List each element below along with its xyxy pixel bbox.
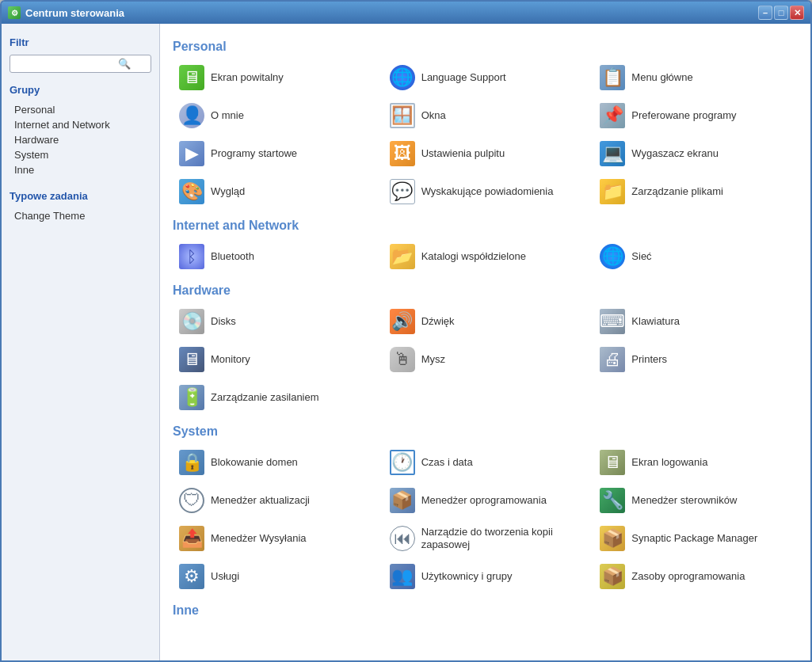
menu-glowne-icon: 📋 bbox=[600, 65, 625, 90]
zasilanie-label: Zarządzanie zasilaniem bbox=[211, 391, 319, 404]
item-disks[interactable]: 💿 Disks bbox=[173, 304, 377, 339]
katalogi-icon: 📂 bbox=[390, 244, 415, 269]
item-zasoby[interactable]: 📦 Zasoby oprogramowania bbox=[593, 559, 798, 594]
sidebar: Filtr 🔍 Grupy Personal Internet and Netw… bbox=[2, 24, 160, 660]
wygaszacz-icon: 💻 bbox=[600, 141, 625, 166]
item-klawiatura[interactable]: ⌨ Klawiatura bbox=[593, 304, 798, 339]
sidebar-item-hardware[interactable]: Hardware bbox=[10, 132, 151, 147]
section-header-hardware: Hardware bbox=[173, 283, 798, 298]
main-window: ⚙ Centrum sterowania – □ ✕ Filtr 🔍 Grupy… bbox=[0, 0, 812, 662]
bluetooth-label: Bluetooth bbox=[211, 250, 254, 263]
item-preferowane[interactable]: 📌 Preferowane programy bbox=[593, 98, 798, 133]
item-ekran-powitalny[interactable]: 🖥 Ekran powitalny bbox=[173, 60, 377, 95]
tasks-section: Typowe zadania Change Theme bbox=[10, 190, 151, 223]
printers-icon: 🖨 bbox=[600, 347, 625, 372]
section-header-inne: Inne bbox=[173, 603, 798, 618]
mysz-label: Mysz bbox=[421, 353, 445, 366]
search-icon[interactable]: 🔍 bbox=[116, 57, 132, 70]
wygaszacz-label: Wygaszacz ekranu bbox=[631, 147, 719, 160]
groups-list: Personal Internet and Network Hardware S… bbox=[10, 102, 151, 177]
item-katalogi[interactable]: 📂 Katalogi współdzielone bbox=[383, 239, 588, 274]
sidebar-item-change-theme[interactable]: Change Theme bbox=[10, 208, 151, 223]
monitory-icon: 🖥 bbox=[179, 347, 204, 372]
klawiatura-icon: ⌨ bbox=[600, 309, 625, 334]
synaptic-icon: 📦 bbox=[600, 526, 625, 551]
item-zasilanie[interactable]: 🔋 Zarządzanie zasilaniem bbox=[173, 380, 377, 415]
menedzer-aktualizacji-icon: 🛡 bbox=[179, 488, 204, 513]
item-ustawienia-pulpitu[interactable]: 🖼 Ustawienia pulpitu bbox=[383, 136, 588, 171]
language-support-icon: 🌐 bbox=[390, 65, 415, 90]
maximize-button[interactable]: □ bbox=[774, 6, 788, 20]
section-header-personal: Personal bbox=[173, 40, 798, 54]
item-uzytkownicy[interactable]: 👥 Użytkownicy i grupy bbox=[383, 559, 588, 594]
item-ekran-logowania[interactable]: 🖥 Ekran logowania bbox=[593, 445, 798, 480]
menedzer-oprogramowania-label: Menedżer oprogramowania bbox=[421, 494, 547, 507]
item-menedzer-wysylania[interactable]: 📤 Menedżer Wysyłania bbox=[173, 521, 377, 556]
dzwiek-label: Dźwięk bbox=[421, 315, 455, 328]
item-wyskakujace[interactable]: 💬 Wyskakujące powiadomienia bbox=[383, 174, 588, 209]
item-menedzer-aktualizacji[interactable]: 🛡 Menedżer aktualizacji bbox=[173, 483, 377, 518]
item-synaptic[interactable]: 📦 Synaptic Package Manager bbox=[593, 521, 798, 556]
okna-label: Okna bbox=[421, 109, 446, 122]
item-zarzadzanie-plikami[interactable]: 📁 Zarządzanie plikami bbox=[593, 174, 798, 209]
uslugi-icon: ⚙ bbox=[179, 564, 204, 589]
item-siec[interactable]: 🌐 Sieć bbox=[593, 239, 798, 274]
window-title: Centrum sterowania bbox=[25, 7, 124, 19]
search-container[interactable]: 🔍 bbox=[10, 55, 151, 73]
item-monitory[interactable]: 🖥 Monitory bbox=[173, 342, 377, 377]
item-menu-glowne[interactable]: 📋 Menu główne bbox=[593, 60, 798, 95]
item-dzwiek[interactable]: 🔊 Dźwięk bbox=[383, 304, 588, 339]
preferowane-label: Preferowane programy bbox=[631, 109, 736, 122]
item-uslugi[interactable]: ⚙ Usługi bbox=[173, 559, 377, 594]
blokowanie-label: Blokowanie domen bbox=[211, 456, 298, 469]
item-menedzer-oprogramowania[interactable]: 📦 Menedżer oprogramowania bbox=[383, 483, 588, 518]
sidebar-item-internet-network[interactable]: Internet and Network bbox=[10, 117, 151, 132]
item-wygaszacz[interactable]: 💻 Wygaszacz ekranu bbox=[593, 136, 798, 171]
siec-label: Sieć bbox=[631, 250, 651, 263]
ekran-logowania-icon: 🖥 bbox=[600, 450, 625, 475]
sidebar-item-system[interactable]: System bbox=[10, 147, 151, 162]
sidebar-item-inne[interactable]: Inne bbox=[10, 162, 151, 177]
search-input[interactable] bbox=[13, 59, 116, 70]
item-mysz[interactable]: 🖱 Mysz bbox=[383, 342, 588, 377]
wyglad-icon: 🎨 bbox=[179, 179, 204, 204]
zasoby-icon: 📦 bbox=[600, 564, 625, 589]
main-content: Personal 🖥 Ekran powitalny 🌐 Language Su… bbox=[160, 24, 810, 660]
item-programy-startowe[interactable]: ▶ Programy startowe bbox=[173, 136, 377, 171]
item-okna[interactable]: 🪟 Okna bbox=[383, 98, 588, 133]
katalogi-label: Katalogi współdzielone bbox=[421, 250, 526, 263]
dzwiek-icon: 🔊 bbox=[390, 309, 415, 334]
item-menedzer-sterownikow[interactable]: 🔧 Menedżer sterowników bbox=[593, 483, 798, 518]
sidebar-item-personal[interactable]: Personal bbox=[10, 102, 151, 117]
klawiatura-label: Klawiatura bbox=[631, 315, 680, 328]
menedzer-wysylania-label: Menedżer Wysyłania bbox=[211, 532, 307, 545]
wyskakujace-label: Wyskakujące powiadomienia bbox=[421, 185, 554, 198]
bluetooth-icon: ᛒ bbox=[179, 244, 204, 269]
uzytkownicy-label: Użytkownicy i grupy bbox=[421, 570, 513, 583]
item-o-mnie[interactable]: 👤 O mnie bbox=[173, 98, 377, 133]
kopii-zapasowej-icon: ⏮ bbox=[390, 526, 415, 551]
menedzer-sterownikow-icon: 🔧 bbox=[600, 488, 625, 513]
titlebar-left: ⚙ Centrum sterowania bbox=[8, 6, 124, 19]
language-support-label: Language Support bbox=[421, 71, 506, 84]
item-wyglad[interactable]: 🎨 Wygląd bbox=[173, 174, 377, 209]
item-bluetooth[interactable]: ᛒ Bluetooth bbox=[173, 239, 377, 274]
item-language-support[interactable]: 🌐 Language Support bbox=[383, 60, 588, 95]
item-czas[interactable]: 🕐 Czas i data bbox=[383, 445, 588, 480]
tasks-title: Typowe zadania bbox=[10, 190, 151, 202]
item-kopii-zapasowej[interactable]: ⏮ Narządzie do tworzenia kopii zapasowej bbox=[383, 521, 588, 556]
programy-startowe-icon: ▶ bbox=[179, 141, 204, 166]
minimize-button[interactable]: – bbox=[758, 6, 772, 20]
menedzer-oprogramowania-icon: 📦 bbox=[390, 488, 415, 513]
czas-icon: 🕐 bbox=[390, 450, 415, 475]
item-blokowanie[interactable]: 🔒 Blokowanie domen bbox=[173, 445, 377, 480]
menedzer-aktualizacji-label: Menedżer aktualizacji bbox=[211, 494, 310, 507]
filter-title: Filtr bbox=[10, 36, 151, 48]
uzytkownicy-icon: 👥 bbox=[390, 564, 415, 589]
mysz-icon: 🖱 bbox=[390, 347, 415, 372]
item-printers[interactable]: 🖨 Printers bbox=[593, 342, 798, 377]
ustawienia-pulpitu-icon: 🖼 bbox=[390, 141, 415, 166]
close-button[interactable]: ✕ bbox=[790, 6, 804, 20]
network-grid: ᛒ Bluetooth 📂 Katalogi współdzielone 🌐 S… bbox=[173, 239, 798, 274]
disks-label: Disks bbox=[211, 315, 236, 328]
